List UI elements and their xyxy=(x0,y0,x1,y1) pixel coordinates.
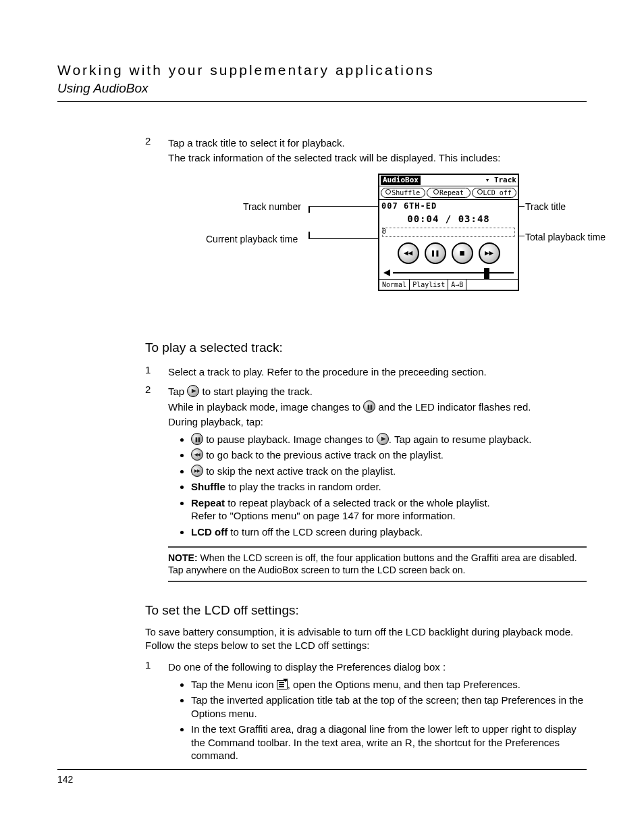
track-info: 007 6TH-ED xyxy=(379,200,518,212)
body-content: 2 Tap a track title to select it for pla… xyxy=(57,134,587,766)
step-number: 2 xyxy=(145,134,168,167)
mode-playlist[interactable]: Playlist xyxy=(410,280,448,290)
step-number: 1 xyxy=(145,658,168,766)
lcdoff-button[interactable]: LCD off xyxy=(472,188,516,198)
playback-bullets: to pause playback. Image changes to . Ta… xyxy=(168,433,587,539)
callout-current-time: Current playback time xyxy=(206,233,298,245)
time-info: 00:04 / 03:48 xyxy=(379,212,518,227)
list-item: Tap the inverted application title tab a… xyxy=(191,694,587,720)
heading-lcd-off: To set the LCD off settings: xyxy=(145,602,587,619)
shuffle-button[interactable]: Shuffle xyxy=(381,188,425,198)
step-number: 1 xyxy=(145,363,168,381)
play-step-2: 2 Tap to start playing the track. While … xyxy=(145,383,587,584)
step-text: During playback, tap: xyxy=(168,415,587,429)
device-header: AudioBox Track xyxy=(379,175,518,186)
list-item: Shuffle to play the tracks in random ord… xyxy=(191,480,587,494)
step-text: Tap a track title to select it for playb… xyxy=(168,136,587,150)
footer-rule xyxy=(57,769,587,770)
lcd-bullets: Tap the Menu icon , open the Options men… xyxy=(168,678,587,762)
list-item: In the text Graffiti area, drag a diagon… xyxy=(191,723,587,762)
step-text: While in playback mode, image changes to… xyxy=(168,400,587,414)
track-menu[interactable]: Track xyxy=(485,176,516,185)
leader-line xyxy=(308,238,378,239)
play-step-1: 1 Select a track to play. Refer to the p… xyxy=(145,363,587,381)
stop-button[interactable]: ■ xyxy=(452,242,473,264)
app-title: AudioBox xyxy=(381,176,421,185)
heading-play-track: To play a selected track: xyxy=(145,340,587,357)
list-item: to pause playback. Image changes to . Ta… xyxy=(191,433,587,446)
running-header: Working with your supplementary applicat… xyxy=(57,61,587,102)
next-button[interactable]: ▶▶ xyxy=(479,242,500,264)
audiobox-screenshot-diagram: Track number Current playback time Track… xyxy=(145,174,587,322)
play-icon xyxy=(377,433,389,445)
pause-icon xyxy=(363,400,375,413)
prev-button[interactable]: ◀◀ xyxy=(398,242,419,264)
page-number: 142 xyxy=(57,774,73,785)
list-item: to skip the next active track on the pla… xyxy=(191,465,587,478)
section-title: Using AudioBox xyxy=(57,80,587,97)
volume-slider[interactable] xyxy=(393,272,514,273)
audiobox-device: AudioBox Track Shuffle Repeat LCD off 00… xyxy=(378,174,519,291)
step-number: 2 xyxy=(145,383,168,584)
lcd-intro: To save battery consumption, it is advis… xyxy=(145,625,587,652)
pause-icon xyxy=(191,433,203,445)
callout-track-title: Track title xyxy=(525,201,566,213)
mode-buttons: Shuffle Repeat LCD off xyxy=(379,186,518,200)
note-text: When the LCD screen is off, the four app… xyxy=(168,552,577,575)
step-text: Do one of the following to display the P… xyxy=(168,660,587,674)
callout-total-time: Total playback time xyxy=(525,231,606,243)
step-2: 2 Tap a track title to select it for pla… xyxy=(145,134,587,167)
progress-bar[interactable] xyxy=(382,228,515,237)
callout-track-number: Track number xyxy=(243,201,301,213)
page-footer: 142 xyxy=(57,769,587,786)
volume-row xyxy=(379,267,518,279)
step-text: The track information of the selected tr… xyxy=(168,151,587,165)
chapter-title: Working with your supplementary applicat… xyxy=(57,61,587,79)
speaker-icon xyxy=(383,269,390,276)
step-text: Tap to start playing the track. xyxy=(168,385,587,398)
page: Working with your supplementary applicat… xyxy=(0,0,644,766)
prev-icon xyxy=(191,448,203,461)
list-item: LCD off to turn off the LCD screen durin… xyxy=(191,525,587,539)
note-box: NOTE: When the LCD screen is off, the fo… xyxy=(168,546,587,581)
mode-ab[interactable]: A→B xyxy=(448,280,466,290)
list-item: to go back to the previous active track … xyxy=(191,448,587,462)
play-icon xyxy=(187,385,199,397)
note-label: NOTE: xyxy=(168,552,198,563)
mode-normal[interactable]: Normal xyxy=(379,280,410,290)
device-footer: Normal Playlist A→B xyxy=(379,279,518,290)
repeat-button[interactable]: Repeat xyxy=(427,188,471,198)
next-icon xyxy=(191,465,203,477)
step-text: Select a track to play. Refer to the pro… xyxy=(168,365,587,379)
list-item: Repeat to repeat playback of a selected … xyxy=(191,496,587,523)
menu-icon xyxy=(277,680,288,689)
leader-line xyxy=(308,206,378,207)
list-item: Tap the Menu icon , open the Options men… xyxy=(191,678,587,692)
lcd-step-1: 1 Do one of the following to display the… xyxy=(145,658,587,766)
pause-button[interactable]: ❚❚ xyxy=(425,242,446,264)
transport-controls: ◀◀ ❚❚ ■ ▶▶ xyxy=(379,240,518,267)
header-rule xyxy=(57,101,587,102)
